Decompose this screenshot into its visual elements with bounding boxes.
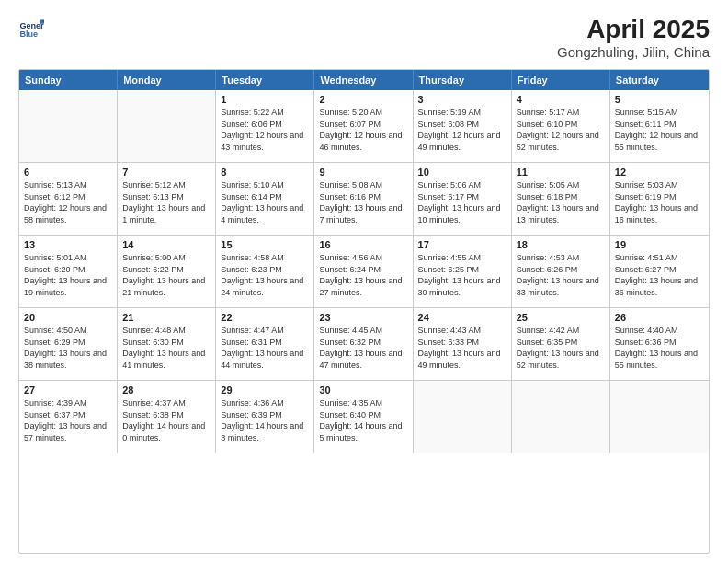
day-info: Sunrise: 5:20 AM Sunset: 6:07 PM Dayligh… (319, 107, 407, 153)
calendar-cell-w5-d5 (414, 381, 512, 453)
calendar-cell-w2-d6: 11Sunrise: 5:05 AM Sunset: 6:18 PM Dayli… (512, 163, 610, 235)
day-info: Sunrise: 4:40 AM Sunset: 6:36 PM Dayligh… (615, 325, 704, 371)
calendar-cell-w5-d2: 28Sunrise: 4:37 AM Sunset: 6:38 PM Dayli… (118, 381, 216, 453)
day-info: Sunrise: 4:36 AM Sunset: 6:39 PM Dayligh… (221, 397, 309, 443)
calendar-cell-w3-d4: 16Sunrise: 4:56 AM Sunset: 6:24 PM Dayli… (314, 236, 413, 307)
day-number: 4 (517, 94, 605, 105)
day-info: Sunrise: 4:39 AM Sunset: 6:37 PM Dayligh… (24, 397, 112, 443)
day-info: Sunrise: 4:55 AM Sunset: 6:25 PM Dayligh… (418, 252, 506, 298)
calendar-cell-w4-d3: 22Sunrise: 4:47 AM Sunset: 6:31 PM Dayli… (216, 308, 314, 380)
day-info: Sunrise: 5:12 AM Sunset: 6:13 PM Dayligh… (122, 179, 210, 225)
day-number: 1 (221, 94, 309, 105)
day-number: 22 (221, 312, 309, 323)
calendar-cell-w4-d4: 23Sunrise: 4:45 AM Sunset: 6:32 PM Dayli… (314, 308, 413, 380)
logo-icon: General Blue (18, 15, 44, 40)
day-number: 18 (517, 239, 605, 250)
calendar-body: 1Sunrise: 5:22 AM Sunset: 6:06 PM Daylig… (19, 90, 709, 453)
calendar-cell-w4-d5: 24Sunrise: 4:43 AM Sunset: 6:33 PM Dayli… (414, 308, 512, 380)
day-number: 5 (615, 94, 704, 105)
day-number: 16 (319, 239, 407, 250)
day-number: 27 (24, 385, 112, 396)
day-info: Sunrise: 4:35 AM Sunset: 6:40 PM Dayligh… (319, 397, 407, 443)
calendar-cell-w5-d7 (610, 381, 709, 453)
calendar-cell-w1-d2 (118, 90, 216, 162)
day-info: Sunrise: 5:15 AM Sunset: 6:11 PM Dayligh… (615, 107, 704, 153)
day-number: 6 (24, 167, 112, 178)
calendar-cell-w1-d4: 2Sunrise: 5:20 AM Sunset: 6:07 PM Daylig… (314, 90, 413, 162)
day-info: Sunrise: 5:19 AM Sunset: 6:08 PM Dayligh… (418, 107, 506, 153)
calendar-week-5: 27Sunrise: 4:39 AM Sunset: 6:37 PM Dayli… (19, 381, 709, 453)
day-number: 13 (24, 239, 112, 250)
calendar-cell-w5-d1: 27Sunrise: 4:39 AM Sunset: 6:37 PM Dayli… (19, 381, 118, 453)
day-info: Sunrise: 5:10 AM Sunset: 6:14 PM Dayligh… (221, 179, 309, 225)
page-subtitle: Gongzhuling, Jilin, China (557, 44, 710, 60)
calendar-cell-w1-d3: 1Sunrise: 5:22 AM Sunset: 6:06 PM Daylig… (216, 90, 314, 162)
calendar-cell-w2-d2: 7Sunrise: 5:12 AM Sunset: 6:13 PM Daylig… (118, 163, 216, 235)
calendar-week-1: 1Sunrise: 5:22 AM Sunset: 6:06 PM Daylig… (19, 90, 709, 163)
calendar-cell-w5-d6 (512, 381, 610, 453)
calendar-cell-w4-d7: 26Sunrise: 4:40 AM Sunset: 6:36 PM Dayli… (610, 308, 709, 380)
day-number: 17 (418, 239, 506, 250)
logo: General Blue (18, 15, 44, 40)
calendar: Sunday Monday Tuesday Wednesday Thursday… (18, 69, 710, 554)
dow-saturday: Saturday (610, 70, 709, 90)
day-info: Sunrise: 5:22 AM Sunset: 6:06 PM Dayligh… (221, 107, 309, 153)
dow-friday: Friday (512, 70, 610, 90)
day-info: Sunrise: 5:05 AM Sunset: 6:18 PM Dayligh… (517, 179, 605, 225)
calendar-cell-w2-d1: 6Sunrise: 5:13 AM Sunset: 6:12 PM Daylig… (19, 163, 118, 235)
calendar-week-3: 13Sunrise: 5:01 AM Sunset: 6:20 PM Dayli… (19, 236, 709, 308)
day-info: Sunrise: 4:45 AM Sunset: 6:32 PM Dayligh… (319, 325, 407, 371)
dow-monday: Monday (118, 70, 216, 90)
day-number: 10 (418, 167, 506, 178)
calendar-cell-w2-d4: 9Sunrise: 5:08 AM Sunset: 6:16 PM Daylig… (314, 163, 413, 235)
day-info: Sunrise: 5:17 AM Sunset: 6:10 PM Dayligh… (517, 107, 605, 153)
day-number: 26 (615, 312, 704, 323)
day-number: 3 (418, 94, 506, 105)
day-number: 21 (122, 312, 210, 323)
calendar-cell-w1-d7: 5Sunrise: 5:15 AM Sunset: 6:11 PM Daylig… (610, 90, 709, 162)
day-info: Sunrise: 5:13 AM Sunset: 6:12 PM Dayligh… (24, 179, 112, 225)
day-number: 11 (517, 167, 605, 178)
day-info: Sunrise: 4:43 AM Sunset: 6:33 PM Dayligh… (418, 325, 506, 371)
calendar-cell-w2-d5: 10Sunrise: 5:06 AM Sunset: 6:17 PM Dayli… (414, 163, 512, 235)
day-number: 12 (615, 167, 704, 178)
day-number: 20 (24, 312, 112, 323)
dow-thursday: Thursday (414, 70, 512, 90)
svg-text:Blue: Blue (19, 29, 38, 39)
calendar-cell-w3-d6: 18Sunrise: 4:53 AM Sunset: 6:26 PM Dayli… (512, 236, 610, 307)
calendar-cell-w1-d6: 4Sunrise: 5:17 AM Sunset: 6:10 PM Daylig… (512, 90, 610, 162)
day-number: 2 (319, 94, 407, 105)
day-number: 7 (122, 167, 210, 178)
day-info: Sunrise: 5:01 AM Sunset: 6:20 PM Dayligh… (24, 252, 112, 298)
calendar-cell-w4-d2: 21Sunrise: 4:48 AM Sunset: 6:30 PM Dayli… (118, 308, 216, 380)
calendar-cell-w3-d1: 13Sunrise: 5:01 AM Sunset: 6:20 PM Dayli… (19, 236, 118, 307)
day-info: Sunrise: 4:37 AM Sunset: 6:38 PM Dayligh… (122, 397, 210, 443)
calendar-cell-w4-d1: 20Sunrise: 4:50 AM Sunset: 6:29 PM Dayli… (19, 308, 118, 380)
day-number: 28 (122, 385, 210, 396)
day-number: 23 (319, 312, 407, 323)
day-info: Sunrise: 5:06 AM Sunset: 6:17 PM Dayligh… (418, 179, 506, 225)
calendar-week-2: 6Sunrise: 5:13 AM Sunset: 6:12 PM Daylig… (19, 163, 709, 236)
calendar-cell-w5-d4: 30Sunrise: 4:35 AM Sunset: 6:40 PM Dayli… (314, 381, 413, 453)
calendar-cell-w2-d3: 8Sunrise: 5:10 AM Sunset: 6:14 PM Daylig… (216, 163, 314, 235)
day-info: Sunrise: 4:42 AM Sunset: 6:35 PM Dayligh… (517, 325, 605, 371)
day-number: 29 (221, 385, 309, 396)
calendar-week-4: 20Sunrise: 4:50 AM Sunset: 6:29 PM Dayli… (19, 308, 709, 381)
calendar-cell-w1-d1 (19, 90, 118, 162)
day-number: 15 (221, 239, 309, 250)
day-info: Sunrise: 4:51 AM Sunset: 6:27 PM Dayligh… (615, 252, 704, 298)
day-number: 9 (319, 167, 407, 178)
day-number: 8 (221, 167, 309, 178)
day-info: Sunrise: 5:08 AM Sunset: 6:16 PM Dayligh… (319, 179, 407, 225)
day-info: Sunrise: 4:53 AM Sunset: 6:26 PM Dayligh… (517, 252, 605, 298)
day-info: Sunrise: 4:48 AM Sunset: 6:30 PM Dayligh… (122, 325, 210, 371)
title-block: April 2025 Gongzhuling, Jilin, China (557, 15, 710, 60)
day-number: 14 (122, 239, 210, 250)
day-number: 25 (517, 312, 605, 323)
calendar-cell-w3-d7: 19Sunrise: 4:51 AM Sunset: 6:27 PM Dayli… (610, 236, 709, 307)
day-info: Sunrise: 4:47 AM Sunset: 6:31 PM Dayligh… (221, 325, 309, 371)
calendar-cell-w3-d2: 14Sunrise: 5:00 AM Sunset: 6:22 PM Dayli… (118, 236, 216, 307)
dow-wednesday: Wednesday (314, 70, 413, 90)
day-info: Sunrise: 5:00 AM Sunset: 6:22 PM Dayligh… (122, 252, 210, 298)
calendar-cell-w2-d7: 12Sunrise: 5:03 AM Sunset: 6:19 PM Dayli… (610, 163, 709, 235)
